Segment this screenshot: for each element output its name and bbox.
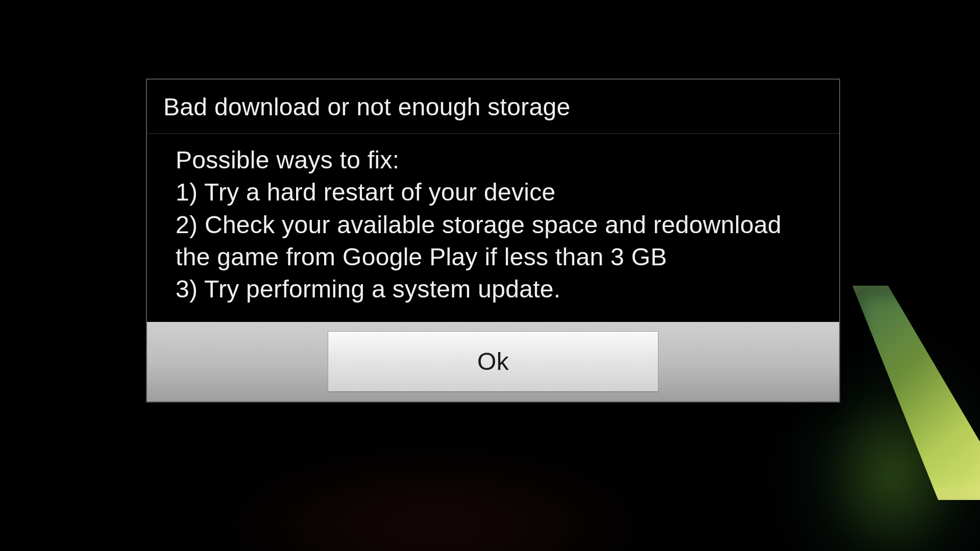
dialog-footer: Ok — [147, 322, 839, 402]
error-dialog: Bad download or not enough storage Possi… — [146, 79, 840, 403]
dialog-title: Bad download or not enough storage — [147, 80, 839, 133]
background-glow — [204, 449, 664, 551]
ok-button[interactable]: Ok — [328, 331, 658, 392]
dialog-body: Possible ways to fix:1) Try a hard resta… — [147, 134, 839, 322]
